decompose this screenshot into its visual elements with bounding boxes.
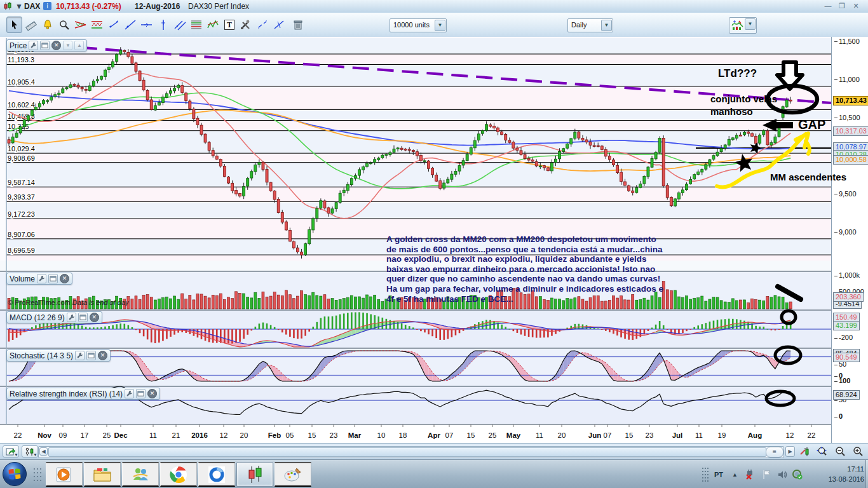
annotation-mm-ascendentes: MM ascendentes [770, 172, 846, 182]
stochastic-detach-window-icon[interactable] [86, 351, 96, 360]
volume-panel-title: Volume [10, 274, 35, 283]
svg-text:23: 23 [330, 431, 338, 439]
units-select[interactable]: 10000 units ▼ [390, 18, 447, 32]
minimize-button[interactable]: — [822, 1, 834, 11]
taskbar-explorer-button[interactable] [84, 462, 121, 487]
svg-text:Mar: Mar [348, 431, 362, 439]
period-select[interactable]: Daily ▼ [567, 18, 613, 32]
volume-close-icon[interactable]: ✕ [60, 274, 69, 283]
fibonacci-tool-button[interactable] [188, 17, 204, 33]
scale-settings-button[interactable] [797, 445, 812, 458]
chart-type-icon [731, 19, 745, 31]
parallel-lines-tool-button[interactable] [172, 17, 187, 33]
scroll-left-button[interactable]: ◀ [39, 447, 48, 456]
show-desktop-button[interactable] [865, 460, 868, 488]
price-scale[interactable]: 11,50011,00010,5009,5009,0001,000k500,00… [831, 37, 868, 443]
instrument-name[interactable]: DAX [24, 2, 40, 11]
price-move-down-icon[interactable]: ▼ [63, 41, 72, 50]
taskbar-prorealtime-button[interactable] [236, 462, 273, 487]
units-dropdown-arrow: ▼ [435, 20, 445, 31]
horizontal-line-tool-button[interactable] [139, 17, 154, 33]
stochastic-close-icon[interactable]: ✕ [98, 351, 107, 360]
price-close-icon[interactable]: ✕ [51, 41, 61, 50]
rsi-settings-wrench-icon[interactable] [125, 389, 134, 398]
volume-detach-window-icon[interactable] [48, 274, 58, 283]
price-move-up-icon[interactable]: ▲ [74, 41, 84, 50]
stochastic-panel-title: Stochastic (14 3 5) [10, 351, 73, 360]
tray-show-hidden-arrow[interactable]: ▲ [732, 460, 738, 488]
scroll-right-button[interactable]: ▶ [785, 446, 795, 457]
tray-volume-icon[interactable] [776, 460, 788, 488]
last-price-box: 10,713.43 [833, 96, 868, 105]
taskbar-chrome-button[interactable] [160, 462, 197, 487]
volume-settings-wrench-icon[interactable] [37, 274, 46, 283]
export-chart-button[interactable]: ▼ [3, 445, 19, 458]
scrollbar-thumb[interactable] [48, 447, 766, 457]
rsi-close-icon[interactable]: ✕ [147, 389, 157, 398]
zoom-out-icon [834, 446, 846, 458]
close-button[interactable]: ✕ [850, 1, 862, 11]
tray-clock[interactable]: 17:11 13-08-2016 [824, 464, 864, 484]
restore-button[interactable]: ❐ [836, 1, 848, 11]
price-detach-window-icon[interactable] [40, 41, 50, 50]
svg-text:11: 11 [695, 431, 703, 439]
macd-detach-window-icon[interactable] [78, 313, 88, 322]
segment-tool-button[interactable] [105, 17, 121, 33]
scrollbar-grip[interactable]: ≡ [766, 447, 783, 458]
pattern-wedge-tool-button[interactable] [72, 17, 88, 33]
small-trend-tool-button[interactable] [254, 17, 270, 33]
trendline-tool-button[interactable] [122, 17, 138, 33]
angle-trend-tool-button[interactable] [271, 17, 287, 33]
horizontal-scrollbar[interactable]: ◀ ≡ [38, 446, 784, 458]
stochastic-settings-wrench-icon[interactable] [75, 351, 85, 360]
taskbar-media-player-button[interactable] [46, 462, 83, 487]
pattern-channel-tool-button[interactable] [89, 17, 105, 33]
svg-text:Apr: Apr [428, 431, 440, 439]
tray-action-center-flag-icon[interactable] [761, 460, 773, 488]
price-settings-wrench-icon[interactable] [29, 41, 38, 50]
ruler-tool-button[interactable] [23, 17, 39, 33]
instrument-dropdown-arrow[interactable]: ▼ [15, 2, 23, 11]
windows-taskbar: PT ▲ 17:11 13-08-2016 [0, 459, 868, 488]
annotation-velas-2: manhoso [710, 106, 753, 117]
rsi-detach-window-icon[interactable] [136, 389, 146, 398]
vertical-line-tool-button[interactable] [155, 17, 171, 33]
title-bar: ▼ DAX i 10,713.43 (-0.27%) 12-Aug-2016 D… [0, 0, 868, 13]
macd-hist-value-box: 43.199 [833, 321, 860, 330]
quote-date: 12-Aug-2016 [135, 2, 180, 11]
zoom-out-button[interactable] [832, 445, 848, 458]
candle-style-button[interactable]: ▼ [22, 445, 38, 458]
taskbar-blue-app-button[interactable] [198, 462, 235, 487]
language-indicator[interactable]: PT [714, 460, 723, 488]
info-icon[interactable]: i [43, 2, 51, 10]
zigzag-tool-button[interactable] [205, 17, 220, 33]
chart-type-button[interactable]: ▼ [729, 17, 757, 34]
objects-settings-tool-button[interactable] [238, 17, 254, 33]
svg-text:18: 18 [399, 431, 407, 439]
magnifier-tool-button[interactable] [56, 17, 72, 33]
annotation-ltd: LTd??? [718, 67, 757, 80]
delete-tool-button[interactable] [290, 17, 306, 33]
zoom-auto-button[interactable] [814, 445, 830, 458]
svg-text:05: 05 [286, 431, 294, 439]
tray-safely-remove-icon[interactable] [745, 460, 756, 488]
svg-text:8,696.59: 8,696.59 [8, 247, 35, 254]
taskbar-paint-button[interactable] [275, 462, 311, 487]
folder-icon [92, 466, 112, 484]
macd-close-icon[interactable]: ✕ [90, 313, 99, 322]
scale-tick-label: 11,500 [834, 37, 860, 45]
taskbar-messenger-button[interactable] [122, 462, 159, 487]
chart-area[interactable]: 11,330.611,193.310,905.410,602.410,459.3… [0, 37, 868, 443]
alert-tool-button[interactable] [39, 17, 55, 33]
text-tool-button[interactable]: T [221, 17, 237, 33]
start-button[interactable] [1, 461, 28, 487]
pointer-tool-button[interactable] [6, 17, 22, 33]
svg-text:10: 10 [377, 431, 386, 439]
tray-security-icon[interactable] [792, 460, 803, 488]
windows-start-icon [2, 461, 27, 487]
svg-text:07: 07 [445, 431, 454, 439]
zoom-in-button[interactable] [850, 445, 865, 458]
svg-text:10,602.4: 10,602.4 [8, 101, 35, 109]
macd-settings-wrench-icon[interactable] [67, 313, 76, 322]
price-panel-header: Price ✕ ▼ ▲ [6, 39, 87, 51]
